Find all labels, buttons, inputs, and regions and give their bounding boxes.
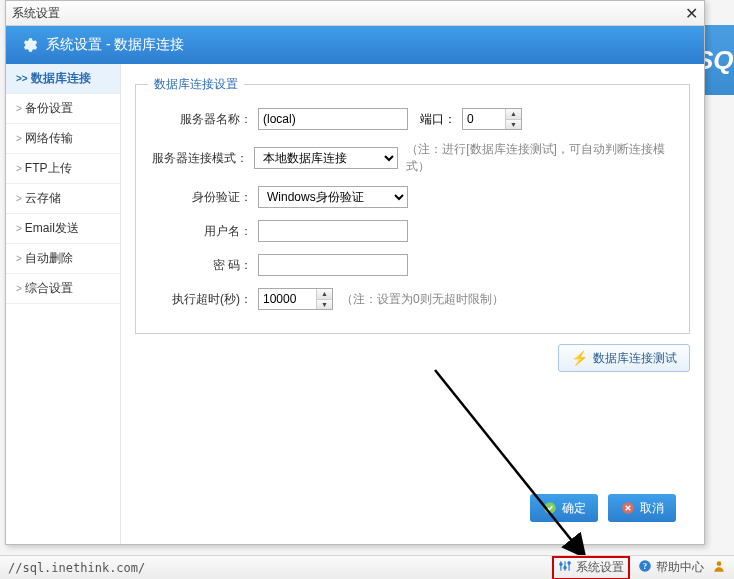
spin-up-icon[interactable]: ▲ xyxy=(506,109,521,120)
port-label: 端口： xyxy=(420,111,456,128)
svg-point-11 xyxy=(717,561,722,566)
sidebar-item-label: 云存储 xyxy=(25,190,61,207)
status-extra-button[interactable] xyxy=(712,559,726,577)
mode-label: 服务器连接模式： xyxy=(148,150,254,167)
spin-down-icon[interactable]: ▼ xyxy=(506,120,521,130)
chevron-right-icon: > xyxy=(16,223,22,234)
settings-dialog: 系统设置 ✕ 系统设置 - 数据库连接 >>数据库连接 >备份设置 >网络传输 … xyxy=(5,0,705,545)
status-bar: //sql.inethink.com/ 系统设置 ? 帮助中心 xyxy=(0,555,734,579)
chevron-right-icon: >> xyxy=(16,73,28,84)
ok-label: 确定 xyxy=(562,500,586,517)
auth-select[interactable]: Windows身份验证 xyxy=(258,186,408,208)
sidebar-item-label: Email发送 xyxy=(25,220,79,237)
chevron-right-icon: > xyxy=(16,163,22,174)
sidebar-item-cloud[interactable]: >云存储 xyxy=(6,184,120,214)
svg-point-6 xyxy=(560,563,562,565)
sliders-icon xyxy=(558,559,572,577)
status-settings-label: 系统设置 xyxy=(576,559,624,576)
server-label: 服务器名称： xyxy=(148,111,258,128)
gear-icon xyxy=(20,36,38,54)
spin-down-icon[interactable]: ▼ xyxy=(317,300,332,310)
dialog-title: 系统设置 xyxy=(12,5,685,22)
sidebar-item-general[interactable]: >综合设置 xyxy=(6,274,120,304)
user-icon xyxy=(712,559,726,577)
sidebar-item-ftp[interactable]: >FTP上传 xyxy=(6,154,120,184)
sidebar-item-autodel[interactable]: >自动删除 xyxy=(6,244,120,274)
mode-select[interactable]: 本地数据库连接 xyxy=(254,147,399,169)
dialog-header-title: 系统设置 - 数据库连接 xyxy=(46,36,184,54)
dialog-titlebar: 系统设置 ✕ xyxy=(6,1,704,26)
cancel-icon xyxy=(621,501,635,515)
user-label: 用户名： xyxy=(148,223,258,240)
sidebar-item-label: FTP上传 xyxy=(25,160,72,177)
sidebar-item-label: 综合设置 xyxy=(25,280,73,297)
sidebar-item-network[interactable]: >网络传输 xyxy=(6,124,120,154)
dialog-header: 系统设置 - 数据库连接 xyxy=(6,26,704,64)
status-url: //sql.inethink.com/ xyxy=(8,561,145,575)
sidebar-item-label: 备份设置 xyxy=(25,100,73,117)
svg-text:?: ? xyxy=(643,561,647,570)
sidebar-item-label: 网络传输 xyxy=(25,130,73,147)
group-legend: 数据库连接设置 xyxy=(148,76,244,93)
test-button-label: 数据库连接测试 xyxy=(593,350,677,367)
sidebar-item-db[interactable]: >>数据库连接 xyxy=(6,64,120,94)
test-connection-button[interactable]: ⚡ 数据库连接测试 xyxy=(558,344,690,372)
chevron-right-icon: > xyxy=(16,283,22,294)
chevron-right-icon: > xyxy=(16,253,22,264)
sidebar-item-label: 自动删除 xyxy=(25,250,73,267)
sidebar-item-backup[interactable]: >备份设置 xyxy=(6,94,120,124)
svg-point-7 xyxy=(564,566,566,568)
check-icon xyxy=(543,501,557,515)
timeout-note: （注：设置为0则无超时限制） xyxy=(341,291,504,308)
chevron-right-icon: > xyxy=(16,103,22,114)
chevron-right-icon: > xyxy=(16,193,22,204)
pwd-label: 密 码： xyxy=(148,257,258,274)
password-input[interactable] xyxy=(258,254,408,276)
bolt-icon: ⚡ xyxy=(571,350,588,366)
timeout-label: 执行超时(秒)： xyxy=(148,291,258,308)
spin-up-icon[interactable]: ▲ xyxy=(317,289,332,300)
status-help-label: 帮助中心 xyxy=(656,559,704,576)
cancel-button[interactable]: 取消 xyxy=(608,494,676,522)
sidebar-item-email[interactable]: >Email发送 xyxy=(6,214,120,244)
sidebar: >>数据库连接 >备份设置 >网络传输 >FTP上传 >云存储 >Email发送… xyxy=(6,64,121,544)
main-panel: 数据库连接设置 服务器名称： 端口： ▲▼ 服务器连接模式： 本地数据库连接 （… xyxy=(121,64,704,544)
dialog-footer: 确定 取消 xyxy=(135,486,690,534)
close-icon[interactable]: ✕ xyxy=(685,4,698,23)
status-settings-button[interactable]: 系统设置 xyxy=(552,556,630,580)
svg-point-8 xyxy=(568,561,570,563)
ok-button[interactable]: 确定 xyxy=(530,494,598,522)
cancel-label: 取消 xyxy=(640,500,664,517)
status-help-button[interactable]: ? 帮助中心 xyxy=(638,559,704,577)
auth-label: 身份验证： xyxy=(148,189,258,206)
server-input[interactable] xyxy=(258,108,408,130)
db-settings-group: 数据库连接设置 服务器名称： 端口： ▲▼ 服务器连接模式： 本地数据库连接 （… xyxy=(135,76,690,334)
chevron-right-icon: > xyxy=(16,133,22,144)
sidebar-item-label: 数据库连接 xyxy=(31,70,91,87)
help-icon: ? xyxy=(638,559,652,577)
username-input[interactable] xyxy=(258,220,408,242)
mode-note: （注：进行[数据库连接测试]，可自动判断连接模式） xyxy=(406,141,677,175)
